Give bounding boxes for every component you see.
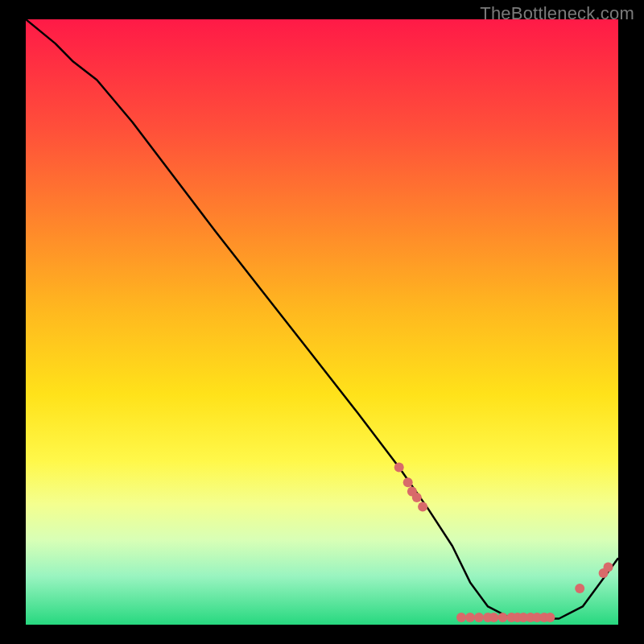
data-marker [394,463,404,473]
data-marker [412,493,422,502]
data-marker [456,613,466,622]
watermark-text: TheBottleneck.com [480,3,634,24]
chart-frame: TheBottleneck.com [0,0,644,644]
data-marker [498,613,508,622]
data-marker [489,613,498,622]
data-marker [403,477,413,487]
data-marker [604,563,613,572]
chart-overlay [26,19,618,625]
data-marker [418,502,427,511]
data-marker [575,584,584,593]
curve-line [26,19,618,619]
data-marker [474,613,484,622]
data-marker [545,613,555,622]
data-marker [465,613,475,622]
